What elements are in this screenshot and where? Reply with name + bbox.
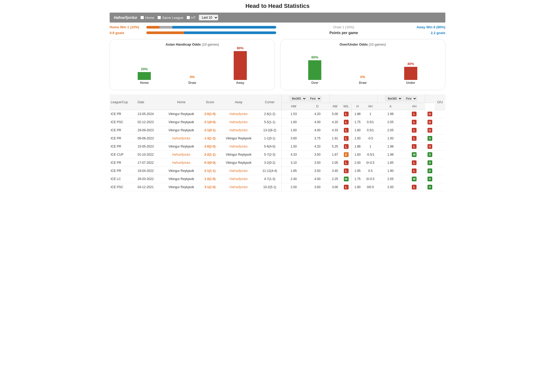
away-cell: Hafnarfjordur — [219, 110, 258, 118]
ah2-cell: L — [403, 134, 425, 143]
col-bet365-group2: Bet365 First — [377, 94, 425, 103]
wl-cell: L — [341, 159, 352, 167]
d-cell: 3.75 — [306, 134, 329, 143]
away-cell: Vikingur Reykjavik — [219, 151, 258, 159]
corner-cell: 5-6(4-0) — [258, 143, 282, 151]
bar-col-away: 80% Away — [234, 46, 247, 85]
asian-handicap-box: Asian Handicap Odds (10 games) 20% Home … — [110, 39, 275, 90]
over-under-chart: 60% Over 0% Draw 40% Under — [286, 51, 440, 85]
hw-cell: 4.33 — [282, 151, 306, 159]
bet365-select-1[interactable]: Bet365 — [290, 96, 307, 101]
h-cell: 1.80 — [352, 183, 363, 191]
col-h: H — [352, 103, 363, 110]
d-cell: 4.20 — [306, 143, 329, 151]
ht-checkbox[interactable] — [186, 16, 190, 19]
filter-bar: Hafnarfjordur Home Same League HT Last 5… — [110, 13, 445, 23]
ah2-cell: W — [403, 151, 425, 159]
col-away: Away — [219, 94, 258, 110]
ou-cell: U — [425, 110, 435, 118]
result-bar — [146, 26, 276, 29]
d-cell: 3.50 — [306, 159, 329, 167]
a-cell: 2.05 — [377, 126, 403, 134]
home-checkbox-label[interactable]: Home — [140, 16, 154, 20]
bar-col-draw: 0% Draw — [356, 75, 369, 85]
bar-label: Draw — [188, 81, 196, 85]
bar-col-over: 60% Over — [308, 55, 321, 85]
away-win-label: Away Win 8 (80%) — [409, 25, 445, 29]
wl-cell: L — [341, 167, 352, 175]
page-title: Head to Head Statistics — [110, 3, 445, 9]
aw-cell: 5.25 — [329, 143, 341, 151]
home-goals-label: 0.9 goals — [110, 31, 144, 35]
wl-cell: D — [341, 151, 352, 159]
away-cell: Vikingur Reykjavik — [219, 159, 258, 167]
a-cell: 1.93 — [377, 134, 403, 143]
ht-checkbox-label[interactable]: HT — [186, 16, 196, 20]
table-row: ICE PSC 02-12-2023 Vikingur Reykjavik 2-… — [110, 118, 445, 126]
table-section: League/Cup Date Home Score Away Corner B… — [110, 94, 445, 191]
bet365-select-2[interactable]: Bet365 — [385, 96, 402, 101]
first-select-1[interactable]: First — [308, 96, 321, 101]
wl-cell: L — [341, 118, 352, 126]
score-cell: 0-3(0-0) — [201, 159, 219, 167]
wl-cell: W — [341, 175, 352, 183]
wl-cell: L — [341, 183, 352, 191]
home-cell: Vikingur Reykjavik — [162, 183, 201, 191]
ah-cell: 0.5 — [363, 167, 377, 175]
home-cell: Vikingur Reykjavik — [162, 167, 201, 175]
bar-pct: 20% — [141, 67, 148, 71]
corner-cell: 3-2(0-2) — [258, 159, 282, 167]
first-select-2[interactable]: First — [403, 96, 417, 101]
d-cell: 3.60 — [306, 183, 329, 191]
home-cell: Vikingur Reykjavik — [162, 175, 201, 183]
d-cell: 4.20 — [306, 110, 329, 118]
hw-cell: 3.60 — [282, 134, 306, 143]
aw-cell: 3.40 — [329, 167, 341, 175]
d-cell: 4.00 — [306, 175, 329, 183]
aw-cell: 5.00 — [329, 110, 341, 118]
aw-cell: 4.20 — [329, 118, 341, 126]
league-cell: ICE PSC — [110, 183, 136, 191]
h-cell: 1.75 — [352, 118, 363, 126]
ah2-cell: L — [403, 143, 425, 151]
same-league-checkbox[interactable] — [157, 16, 161, 19]
home-cell: Vikingur Reykjavik — [162, 143, 201, 151]
league-cell: ICE PR — [110, 159, 136, 167]
bar-label: Under — [406, 81, 415, 85]
ah-cell: 0.5/1 — [363, 126, 377, 134]
home-cell: Hafnarfjordur — [162, 159, 201, 167]
odds-section: Asian Handicap Odds (10 games) 20% Home … — [110, 39, 445, 90]
d-cell: 4.00 — [306, 118, 329, 126]
home-cell: Vikingur Reykjavik — [162, 126, 201, 134]
away-cell: Hafnarfjordur — [219, 175, 258, 183]
same-league-checkbox-label[interactable]: Same League — [157, 16, 183, 20]
ou-cell: O — [425, 167, 435, 175]
bar-pct: 0% — [360, 75, 365, 79]
corner-cell: 2-6(1-2) — [258, 110, 282, 118]
h-cell: 1.95 — [352, 167, 363, 175]
ah2-cell: L — [403, 110, 425, 118]
d-cell: 3.50 — [306, 151, 329, 159]
hw-cell: 2.40 — [282, 175, 306, 183]
league-cell: ICE CUP — [110, 151, 136, 159]
score-cell: 2-0(2-0) — [201, 143, 219, 151]
bar-pct: 80% — [237, 46, 244, 50]
matches-table: League/Cup Date Home Score Away Corner B… — [110, 94, 445, 191]
asian-handicap-title: Asian Handicap Odds (10 games) — [115, 42, 269, 46]
score-cell: 2-2(1-1) — [201, 151, 219, 159]
away-cell: Hafnarfjordur — [219, 118, 258, 126]
over-under-box: Over/Under Odds (10 games) 60% Over 0% D… — [280, 39, 445, 90]
col-hw: HW — [282, 103, 306, 110]
col-odds-group2 — [425, 94, 435, 103]
league-cell: ICE PR — [110, 110, 136, 118]
away-cell: Hafnarfjordur — [219, 183, 258, 191]
home-checkbox[interactable] — [140, 16, 144, 19]
table-row: ICE PR 19-04-2022 Vikingur Reykjavik 2-1… — [110, 167, 445, 175]
d-cell: 3.50 — [306, 167, 329, 175]
ah2-cell: L — [403, 159, 425, 167]
bar-col-under: 40% Under — [404, 62, 417, 85]
col-date: Date — [136, 94, 162, 110]
last-games-select[interactable]: Last 5 Last 10 Last 20 All — [199, 15, 218, 20]
score-cell: 1-2(1-0) — [201, 175, 219, 183]
date-cell: 29-09-2023 — [136, 126, 162, 134]
